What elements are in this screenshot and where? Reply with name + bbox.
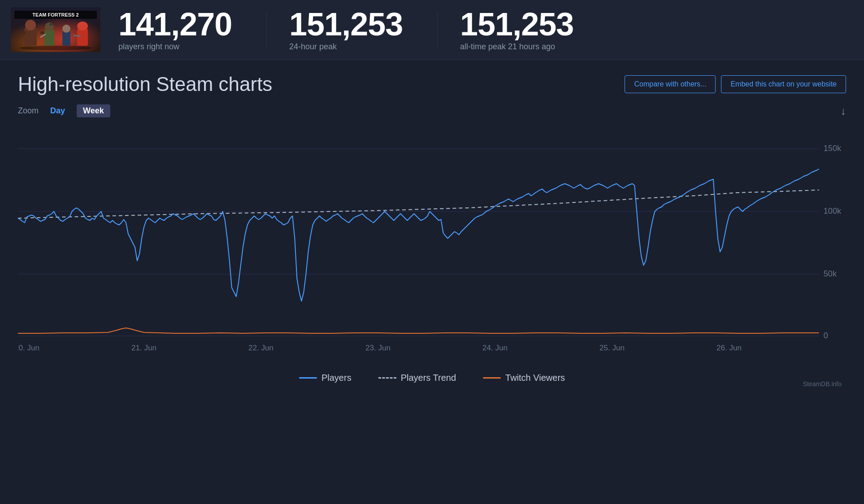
x-label-20jun: 20. Jun (18, 344, 39, 352)
chart-canvas: 150k 100k 50k 0 20. Jun 21. Jun 22. Jun … (18, 122, 846, 355)
svg-rect-3 (22, 31, 26, 34)
game-title-overlay: TEAM FORTRESS 2 (14, 11, 97, 19)
x-label-25jun: 25. Jun (599, 344, 625, 352)
chart-area: 150k 100k 50k 0 20. Jun 21. Jun 22. Jun … (18, 122, 846, 392)
twitch-viewers-line (18, 328, 819, 333)
zoom-controls: Zoom Day Week ↓ (18, 104, 846, 117)
alltime-peak-value: 151,253 (460, 8, 586, 40)
players-line (18, 169, 819, 301)
x-label-23jun: 23. Jun (365, 344, 391, 352)
stat-current-players: 141,270 players right now (118, 8, 244, 52)
svg-rect-4 (40, 31, 45, 34)
legend-trend-line (378, 377, 396, 379)
x-label-21jun: 21. Jun (131, 344, 156, 352)
legend-players-label: Players (321, 373, 352, 383)
svg-point-0 (20, 46, 91, 50)
y-label-150k: 150k (824, 144, 842, 153)
x-label-26jun: 26. Jun (716, 344, 742, 352)
24h-peak-value: 151,253 (289, 8, 415, 40)
svg-point-2 (25, 20, 36, 30)
chart-action-buttons: Compare with others... Embed this chart … (625, 75, 846, 93)
game-thumbnail: TEAM FORTRESS 2 (11, 7, 100, 52)
legend-twitch: Twitch Viewers (483, 373, 565, 383)
y-label-100k: 100k (824, 207, 842, 215)
y-label-0: 0 (824, 331, 828, 340)
steamdb-credit: SteamDB.info (803, 380, 842, 388)
legend-twitch-label: Twitch Viewers (505, 373, 565, 383)
trend-line (18, 190, 819, 218)
x-label-22jun: 22. Jun (248, 344, 274, 352)
svg-rect-10 (77, 29, 88, 46)
alltime-peak-label: all-time peak 21 hours ago (460, 42, 586, 52)
svg-point-9 (62, 25, 70, 33)
current-players-label: players right now (118, 42, 244, 52)
legend-players-line (299, 377, 317, 379)
stat-divider-1 (266, 12, 267, 47)
x-label-24jun: 24. Jun (482, 344, 508, 352)
svg-rect-14 (18, 122, 819, 337)
main-content: High-resolution Steam charts Compare wit… (0, 60, 864, 405)
svg-rect-8 (62, 31, 70, 46)
chart-legend: Players Players Trend Twitch Viewers (18, 364, 846, 392)
legend-players-trend: Players Trend (378, 373, 456, 383)
current-players-value: 141,270 (118, 8, 244, 40)
chart-svg: 150k 100k 50k 0 20. Jun 21. Jun 22. Jun … (18, 122, 846, 355)
game-header: TEAM FORTRESS 2 (0, 0, 864, 60)
zoom-week-button[interactable]: Week (77, 104, 110, 117)
svg-rect-5 (44, 30, 54, 46)
zoom-label: Zoom (18, 106, 39, 116)
download-button[interactable]: ↓ (841, 105, 846, 117)
stat-alltime-peak: 151,253 all-time peak 21 hours ago (460, 8, 586, 52)
legend-twitch-line (483, 377, 501, 379)
compare-button[interactable]: Compare with others... (625, 75, 716, 93)
chart-header: High-resolution Steam charts Compare wit… (18, 73, 846, 95)
embed-button[interactable]: Embed this chart on your website (721, 75, 846, 93)
stat-divider-2 (437, 12, 438, 47)
y-label-50k: 50k (824, 269, 837, 278)
legend-trend-label: Players Trend (401, 373, 456, 383)
legend-players: Players (299, 373, 352, 383)
chart-title: High-resolution Steam charts (18, 73, 272, 95)
stat-24h-peak: 151,253 24-hour peak (289, 8, 415, 52)
svg-rect-7 (49, 23, 53, 26)
svg-point-11 (77, 22, 88, 30)
24h-peak-label: 24-hour peak (289, 42, 415, 52)
zoom-day-button[interactable]: Day (46, 104, 69, 117)
